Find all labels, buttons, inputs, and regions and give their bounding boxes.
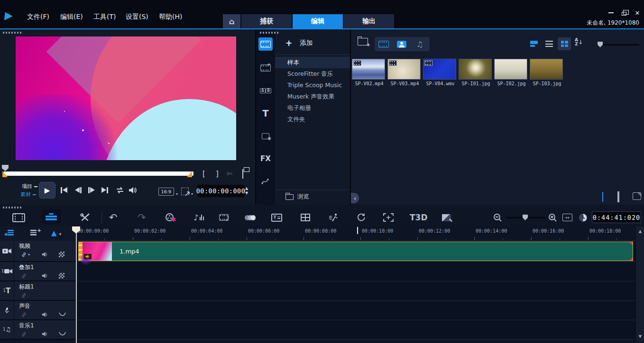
library-view-media-button[interactable] (602, 192, 603, 201)
system-volume-button[interactable] (129, 186, 137, 194)
undo-button[interactable]: ↶ (109, 211, 118, 224)
link-toggle[interactable] (21, 312, 27, 318)
scroll-down-button[interactable]: ▼ (636, 333, 644, 340)
time-remapping-button[interactable] (329, 211, 339, 224)
panel-drag-handle[interactable] (3, 32, 23, 34)
thumbnail-size-slider[interactable] (597, 44, 639, 45)
menu-settings[interactable]: 设置(S) (126, 13, 148, 21)
zoom-in-button[interactable] (548, 211, 557, 224)
category-photo-album[interactable]: 电子相册 (275, 102, 350, 114)
overlay-track-lane[interactable] (76, 262, 635, 281)
options-panel-button[interactable] (617, 192, 619, 201)
trim-handle-left[interactable] (2, 171, 8, 177)
subtitle-editor-button[interactable]: T (271, 211, 282, 224)
repeat-button[interactable] (115, 186, 125, 194)
instant-project-tab[interactable]: ★ (256, 60, 275, 76)
link-caret-icon[interactable]: ▾ (28, 253, 30, 257)
add-track-button[interactable]: + (30, 230, 37, 235)
scrubber-track[interactable] (3, 172, 193, 176)
timeline-view-button[interactable] (42, 209, 61, 224)
category-muserk[interactable]: Muserk 声音效果 (275, 91, 350, 102)
360-video-button[interactable] (357, 211, 366, 224)
scroll-up-button[interactable]: ▲ (636, 227, 644, 235)
link-toggle[interactable] (21, 292, 27, 298)
slider-thumb[interactable] (523, 215, 528, 220)
menu-help[interactable]: 帮助(H) (159, 13, 182, 21)
tools-button[interactable] (80, 211, 90, 224)
go-to-end-button[interactable] (101, 186, 108, 194)
window-restore-button[interactable] (619, 9, 629, 17)
fade-toggle[interactable] (59, 331, 66, 335)
chroma-key-toggle[interactable] (59, 252, 64, 257)
mark-in-button[interactable]: [ (199, 170, 209, 178)
menu-tools[interactable]: 工具(T) (93, 13, 116, 21)
tab-edit[interactable]: 编辑 (293, 14, 343, 28)
link-toggle[interactable]: ▾ (21, 252, 30, 258)
project-duration-button[interactable] (579, 211, 588, 224)
preview-timecode[interactable]: 00:00:00:000 (197, 185, 244, 197)
transition-tab[interactable]: AB (256, 82, 275, 99)
category-scorefitter[interactable]: ScoreFitter 音乐 (275, 68, 350, 80)
timeline-scrollbar[interactable]: ▲ ▼ (635, 226, 644, 343)
music-track-lane[interactable] (76, 320, 635, 340)
media-item[interactable]: SP-I01.jpg (459, 59, 493, 86)
mode-clip-button[interactable]: 素材 (20, 191, 36, 198)
enlarge-preview-button[interactable] (238, 170, 248, 178)
motion-tracking-button[interactable] (383, 211, 394, 224)
add-folder-button[interactable]: + 添加 (275, 36, 313, 50)
previous-frame-button[interactable] (75, 186, 82, 194)
panel-drag-handle[interactable] (260, 32, 280, 34)
category-triple-scoop[interactable]: Triple Scoop Music (275, 80, 350, 91)
tab-output[interactable]: 输出 (344, 14, 394, 28)
slider-thumb[interactable] (598, 42, 603, 47)
media-item[interactable]: SP-V03.mp4 (387, 59, 422, 86)
motion-path-tab[interactable] (256, 173, 275, 190)
storyboard-view-button[interactable] (12, 211, 25, 224)
aspect-caret-icon[interactable]: ▾ (176, 192, 178, 196)
mute-toggle[interactable] (42, 273, 48, 279)
sound-mixer-button[interactable]: ♪ (193, 211, 204, 224)
selection-tool-button[interactable] (181, 188, 189, 195)
media-item[interactable]: SP-V02.mp4 (352, 59, 386, 86)
go-to-start-button[interactable] (61, 186, 67, 194)
next-frame-button[interactable] (88, 186, 95, 194)
redo-button[interactable]: ↷ (138, 211, 146, 224)
morph-transition-button[interactable] (245, 211, 256, 224)
view-grid-button[interactable] (558, 37, 571, 50)
edit-media-button[interactable]: ✎ (633, 192, 641, 202)
selection-caret-icon[interactable]: ▾ (191, 192, 193, 196)
trim-handle-right[interactable] (187, 171, 192, 177)
aspect-ratio-select[interactable]: 16:9 (158, 188, 174, 196)
collapse-panel-button[interactable]: ‹ (351, 193, 359, 203)
window-close-button[interactable]: ✕ (633, 9, 642, 17)
menu-edit[interactable]: 编辑(E) (60, 13, 83, 21)
capture-options-button[interactable]: ✱ (165, 211, 175, 224)
trim-marker[interactable] (2, 165, 9, 171)
import-media-button[interactable]: + (358, 38, 368, 47)
panel-drag-handle[interactable] (3, 207, 23, 208)
auto-music-button[interactable]: ♪ (219, 211, 229, 224)
home-tab-button[interactable]: ⌂ (223, 14, 240, 28)
mark-out-button[interactable]: ] (212, 170, 222, 178)
browse-button[interactable]: 浏览 (275, 190, 350, 204)
split-clip-icon[interactable]: ✄ (225, 170, 234, 178)
filter-photos-button[interactable] (393, 37, 411, 51)
split-screen-template-button[interactable] (301, 211, 310, 224)
mode-project-button[interactable]: 项目 (22, 183, 37, 190)
window-minimize-button[interactable] (606, 9, 616, 17)
link-toggle[interactable] (21, 331, 27, 337)
timeline-zoom-slider[interactable] (506, 217, 545, 218)
track-manager-button[interactable]: ✱ (8, 230, 14, 235)
voice-track-lane[interactable] (76, 301, 635, 320)
sort-button[interactable]: AZ ↓ (575, 38, 583, 46)
filter-videos-button[interactable] (375, 37, 393, 51)
view-panel-button[interactable] (527, 37, 541, 50)
chroma-key-toggle[interactable] (59, 273, 64, 279)
media-item[interactable]: SP-I03.jpg (530, 59, 564, 86)
fit-timeline-button[interactable]: ↔ (562, 211, 572, 224)
category-samples[interactable]: 样本 (275, 57, 350, 68)
ripple-edit-button[interactable]: ▲ ▾ (51, 228, 61, 237)
tab-capture[interactable]: 捕获 (241, 14, 292, 28)
filter-fx-tab[interactable]: FX (256, 151, 275, 167)
play-button[interactable]: ▶ (39, 182, 55, 199)
